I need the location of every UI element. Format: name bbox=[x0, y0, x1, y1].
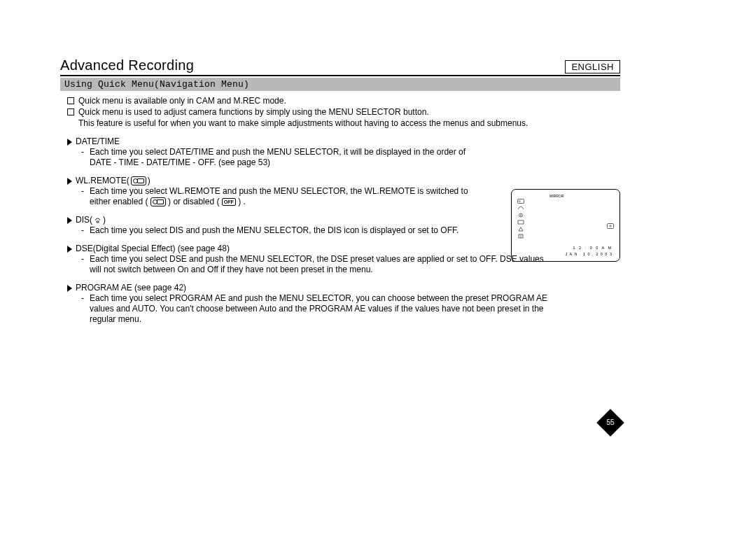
display-dse-icon bbox=[517, 220, 524, 225]
intro-line: Quick menu is used to adjust camera func… bbox=[78, 106, 620, 118]
manual-page: ENGLISH Advanced Recording Using Quick M… bbox=[60, 57, 620, 325]
dash-icon: - bbox=[81, 186, 90, 207]
bullet-square-icon bbox=[67, 108, 74, 115]
intro-line: Quick menu is available only in CAM and … bbox=[78, 95, 620, 106]
intro-block: Quick menu is available only in CAM and … bbox=[67, 95, 620, 129]
page-title: Advanced Recording bbox=[60, 57, 620, 76]
page-number-badge: 55 bbox=[601, 413, 620, 433]
svg-rect-7 bbox=[608, 224, 614, 229]
triangle-bullet-icon bbox=[67, 217, 72, 224]
section-datetime: DATE/TIME -Each time you select DATE/TIM… bbox=[67, 136, 620, 168]
display-time: 1 2 : 0 0 A M bbox=[573, 246, 612, 250]
language-badge: ENGLISH bbox=[565, 60, 620, 73]
triangle-bullet-icon bbox=[67, 139, 72, 146]
display-left-icons bbox=[517, 199, 524, 239]
svg-point-1 bbox=[519, 201, 520, 202]
intro-line: This feature is useful for when you want… bbox=[78, 118, 620, 129]
bullet-frag: Each time you select WL.REMOTE and push … bbox=[90, 186, 468, 206]
svg-point-8 bbox=[610, 225, 611, 227]
dis-hand-icon bbox=[94, 216, 102, 224]
section-subtitle: Using Quick Menu(Navigation Menu) bbox=[60, 78, 620, 91]
section-heading: WL.REMOTE( bbox=[76, 176, 130, 186]
section-heading: DATE/TIME bbox=[76, 136, 120, 147]
remote-enabled-icon bbox=[131, 176, 146, 185]
dash-icon: - bbox=[81, 254, 90, 275]
section-heading: DIS( bbox=[76, 215, 92, 225]
display-right-icon bbox=[607, 223, 614, 229]
display-mirror-label: MIRROR bbox=[550, 194, 564, 198]
display-remote-icon bbox=[517, 199, 524, 204]
section-programae: PROGRAM AE (see page 42) -Each time you … bbox=[67, 283, 620, 325]
bullet-square-icon bbox=[67, 97, 74, 104]
bullet-text: Each time you select WL.REMOTE and push … bbox=[90, 186, 482, 207]
dash-icon: - bbox=[81, 293, 90, 325]
display-date: J A N . 1 0 , 2 0 0 3 bbox=[566, 252, 612, 256]
section-heading: DSE(Digital Special Effect) (see page 48… bbox=[76, 244, 230, 254]
remote-enabled-icon bbox=[150, 197, 166, 206]
bullet-text: Each time you select DSE and push the ME… bbox=[90, 254, 552, 275]
bullet-text: Each time you select DATE/TIME and push … bbox=[90, 147, 482, 168]
display-misc-icon bbox=[517, 234, 524, 239]
svg-point-3 bbox=[520, 215, 522, 216]
camera-display-panel: MIRROR 1 2 : 0 0 A M J A N . 1 0 , 2 0 0… bbox=[511, 189, 620, 262]
bullet-frag: ) . bbox=[238, 197, 246, 206]
triangle-bullet-icon bbox=[67, 178, 72, 185]
triangle-bullet-icon bbox=[67, 246, 72, 253]
display-ae-icon bbox=[517, 213, 524, 218]
section-heading-suffix: ) bbox=[148, 176, 150, 186]
display-dis-icon bbox=[517, 206, 524, 211]
dash-icon: - bbox=[81, 147, 90, 168]
bullet-text: Each time you select PROGRAM AE and push… bbox=[90, 293, 552, 325]
bullet-text: Each time you select DIS and push the ME… bbox=[90, 225, 552, 236]
section-heading: PROGRAM AE (see page 42) bbox=[76, 283, 186, 293]
section-heading-suffix: ) bbox=[103, 215, 106, 225]
display-misc-icon bbox=[517, 227, 524, 232]
remote-off-icon: OFF bbox=[222, 198, 236, 206]
page-number: 55 bbox=[601, 413, 620, 433]
triangle-bullet-icon bbox=[67, 285, 72, 292]
bullet-frag: ) or disabled ( bbox=[168, 197, 219, 206]
svg-rect-4 bbox=[518, 220, 524, 224]
dash-icon: - bbox=[81, 225, 90, 236]
